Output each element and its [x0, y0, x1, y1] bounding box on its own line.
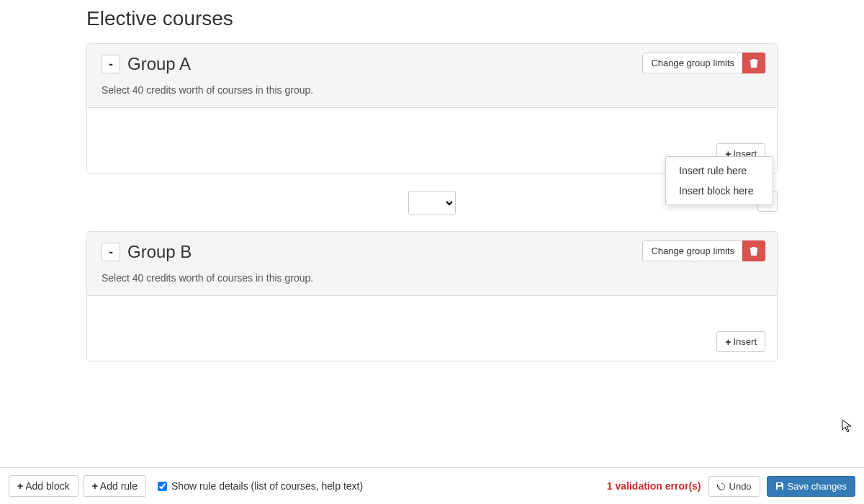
operator-select[interactable] — [408, 191, 456, 215]
trash-icon — [750, 58, 758, 68]
change-group-limits-button[interactable]: Change group limits — [642, 240, 743, 261]
group-body: + Insert — [87, 296, 777, 361]
validation-error-text: 1 validation error(s) — [607, 480, 701, 492]
plus-icon: + — [17, 481, 23, 491]
insert-dropdown: Insert rule here Insert block here — [665, 156, 773, 205]
insert-rule-menu-item[interactable]: Insert rule here — [666, 161, 773, 181]
save-label: Save changes — [788, 481, 847, 492]
add-block-button[interactable]: + Add block — [9, 475, 78, 497]
insert-button[interactable]: + Insert — [716, 331, 765, 352]
undo-label: Undo — [729, 481, 752, 492]
group-name: Group B — [127, 242, 192, 262]
group-description: Select 40 credits worth of courses in th… — [102, 84, 762, 96]
undo-button[interactable]: Undo — [708, 476, 760, 497]
group-name: Group A — [127, 54, 191, 74]
save-changes-button[interactable]: Save changes — [767, 476, 855, 497]
group-block-b: - Group B Change group limits Select 40 … — [86, 231, 778, 361]
trash-icon — [750, 246, 758, 256]
change-group-limits-button[interactable]: Change group limits — [642, 53, 743, 73]
collapse-button[interactable]: - — [102, 55, 120, 73]
group-description: Select 40 credits worth of courses in th… — [102, 272, 762, 284]
add-rule-label: Add rule — [100, 480, 138, 492]
add-rule-button[interactable]: + Add rule — [84, 475, 146, 497]
group-header: - Group B Change group limits Select 40 … — [87, 232, 777, 296]
undo-icon — [717, 482, 726, 490]
plus-icon: + — [725, 337, 731, 347]
cursor-icon — [842, 419, 853, 433]
show-details-checkbox[interactable] — [158, 482, 167, 491]
delete-group-button[interactable] — [742, 240, 765, 261]
add-block-label: Add block — [25, 480, 69, 492]
group-block-a: - Group A Change group limits Select 40 … — [86, 43, 778, 174]
show-details-label: Show rule details (list of courses, help… — [171, 480, 363, 492]
group-header: - Group A Change group limits Select 40 … — [87, 44, 777, 108]
insert-block-menu-item[interactable]: Insert block here — [666, 181, 773, 201]
collapse-button[interactable]: - — [102, 243, 120, 261]
mid-row: t Insert rule here Insert block here — [86, 191, 778, 215]
save-icon — [775, 482, 784, 490]
footer-bar: + Add block + Add rule Show rule details… — [0, 467, 864, 504]
insert-label: Insert — [733, 336, 757, 347]
operator-select-wrap — [408, 191, 456, 215]
delete-group-button[interactable] — [742, 53, 765, 73]
plus-icon: + — [92, 481, 98, 491]
page-title: Elective courses — [86, 7, 778, 30]
show-details-checkbox-wrap[interactable]: Show rule details (list of courses, help… — [158, 480, 363, 492]
